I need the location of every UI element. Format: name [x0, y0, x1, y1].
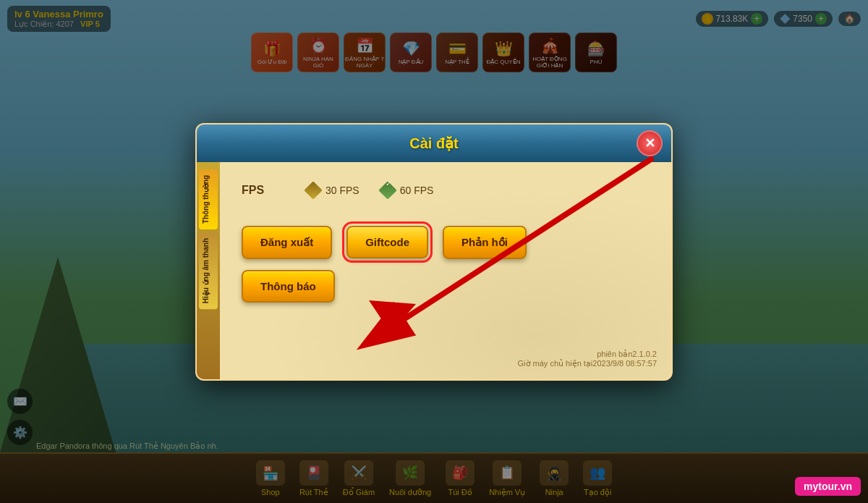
modal-container: Cài đặt ✕ Thông thường Hiệu ứng âm thanh…	[0, 0, 868, 503]
buttons-row-1: Đăng xuất Giftcode Phản hồi	[242, 226, 650, 259]
fps-setting-row: FPS 30 FPS 60 FPS	[242, 184, 650, 197]
settings-dialog: Cài đặt ✕ Thông thường Hiệu ứng âm thanh…	[195, 123, 673, 381]
logout-button[interactable]: Đăng xuất	[242, 226, 332, 259]
fps-30-label: 30 FPS	[326, 185, 359, 196]
dialog-title: Cài đặt	[409, 135, 459, 151]
notification-button[interactable]: Thông báo	[242, 270, 335, 303]
tab-hieu-ung-am-thanh[interactable]: Hiệu ứng âm thanh	[199, 232, 218, 309]
version-label: phiên bản2.1.0.2	[518, 350, 658, 359]
fps-label: FPS	[242, 184, 285, 197]
fps-30-radio	[304, 181, 322, 199]
giftcode-button[interactable]: Giftcode	[346, 226, 428, 258]
dialog-body: Thông thường Hiệu ứng âm thanh FPS 30 FP…	[197, 162, 671, 379]
fps-30-option[interactable]: 30 FPS	[307, 184, 359, 197]
fps-60-option[interactable]: 60 FPS	[381, 184, 434, 197]
dialog-sidebar: Thông thường Hiệu ứng âm thanh	[197, 162, 220, 379]
fps-60-radio	[378, 181, 396, 199]
fps-60-label: 60 FPS	[400, 185, 434, 196]
dialog-header: Cài đặt ✕	[197, 124, 671, 162]
server-time-label: Giờ máy chủ hiện tại2023/9/8 08:57:57	[518, 359, 658, 368]
feedback-button[interactable]: Phản hồi	[443, 226, 527, 259]
version-info: phiên bản2.1.0.2 Giờ máy chủ hiện tại202…	[518, 350, 658, 368]
close-button[interactable]: ✕	[637, 130, 663, 156]
dialog-content: FPS 30 FPS 60 FPS Đăng xuất Giftcode Phả…	[220, 162, 671, 379]
tab-thong-thuong[interactable]: Thông thường	[199, 169, 218, 229]
buttons-row-2: Thông báo	[242, 270, 650, 303]
